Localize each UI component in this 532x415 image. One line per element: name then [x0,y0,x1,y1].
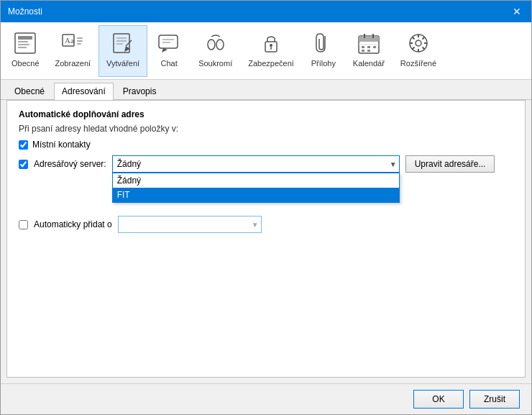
svg-rect-33 [367,46,370,48]
svg-rect-35 [362,50,364,52]
vytvareni-icon [110,30,136,56]
tabs-bar: Obecné Adresování Pravopis [1,80,531,100]
svg-rect-1 [18,36,32,40]
svg-point-38 [416,40,421,46]
svg-rect-23 [219,40,221,45]
dropdown-item-zadny[interactable]: Žádný [113,173,399,188]
address-server-select[interactable]: Žádný ▼ [112,155,400,173]
svg-rect-8 [77,40,83,42]
address-server-label: Adresářový server: [34,159,106,169]
vytvareni-label: Vytváření [106,59,139,68]
content-area: Automatické doplňování adres Při psaní a… [6,100,526,378]
auto-add-dropdown-arrow-icon: ▼ [252,221,259,229]
svg-rect-4 [18,47,27,48]
zobrazeni-icon: Aa [60,30,86,56]
prilohy-label: Přílohy [311,59,336,68]
edit-address-button[interactable]: Upravit adresáře... [405,155,495,173]
local-contacts-label: Místní kontakty [32,140,91,150]
address-server-checkbox[interactable] [19,160,28,169]
kalendar-label: Kalendář [353,59,385,68]
dropdown-list: Žádný FIT [112,173,400,203]
svg-rect-28 [359,36,379,42]
toolbar: Obecné Aa Zobrazení [1,22,531,80]
svg-line-43 [412,37,414,40]
zabezpeceni-icon [258,30,284,56]
select-current-value: Žádný [117,159,141,169]
svg-rect-16 [159,35,178,48]
chat-label: Chat [161,59,178,68]
obecne-label: Obecné [12,59,40,68]
auto-add-select-container: ▼ [118,216,262,233]
svg-rect-3 [18,44,29,45]
title-bar-controls: ✕ [510,4,524,19]
footer: OK Zrušit [1,383,531,414]
svg-rect-34 [373,46,376,48]
toolbar-item-chat[interactable]: Chat [147,25,191,77]
svg-rect-9 [77,43,81,45]
toolbar-item-kalendar[interactable]: Kalendář [345,25,393,77]
auto-add-row: Automaticky přidat o ▼ [19,216,513,233]
svg-rect-22 [210,40,213,45]
toolbar-item-zabezpeceni[interactable]: Zabezpečení [240,25,302,77]
svg-point-25 [270,44,272,47]
title-bar: Možnosti ✕ [1,1,531,22]
toolbar-item-vytvareni[interactable]: Vytváření [98,25,147,77]
auto-add-select[interactable]: ▼ [118,216,262,233]
section-title: Automatické doplňování adres [19,109,513,119]
prilohy-icon [311,30,336,56]
chat-icon [156,30,182,56]
rozsirene-label: Rozšířené [400,59,436,68]
svg-line-45 [422,37,424,40]
svg-line-14 [126,40,132,46]
toolbar-item-zobrazeni[interactable]: Aa Zobrazení [47,25,99,77]
rozsirene-icon [405,30,431,56]
auto-add-label: Automaticky přidat o [34,219,112,229]
ok-button[interactable]: OK [413,390,464,409]
toolbar-item-obecne[interactable]: Obecné [4,25,47,77]
cancel-button[interactable]: Zrušit [469,390,520,409]
tab-pravopis[interactable]: Pravopis [115,83,165,100]
toolbar-item-rozsirene[interactable]: Rozšířené [393,25,444,77]
dropdown-arrow-icon: ▼ [390,160,397,168]
svg-text:Aa: Aa [65,36,74,45]
address-server-select-container: Žádný ▼ Žádný FIT [112,155,400,173]
obecne-icon [12,30,38,56]
soukromi-label: Soukromí [198,59,232,68]
kalendar-icon [356,30,382,56]
section-subtitle: Při psaní adresy hledat vhodné položky v… [19,124,513,134]
window-title: Možnosti [8,6,42,17]
svg-line-44 [422,47,424,50]
tab-obecne[interactable]: Obecné [6,83,52,100]
toolbar-item-prilohy[interactable]: Přílohy [302,25,345,77]
dropdown-item-fit[interactable]: FIT [113,188,399,202]
local-contacts-row: Místní kontakty [19,140,513,150]
svg-rect-36 [367,50,370,52]
svg-line-46 [412,47,414,50]
zobrazeni-label: Zobrazení [55,59,91,68]
close-button[interactable]: ✕ [510,4,524,19]
zabezpeceni-label: Zabezpečení [248,59,294,68]
soukromi-icon [203,30,229,56]
auto-add-checkbox[interactable] [19,220,28,229]
svg-rect-32 [362,46,364,48]
address-server-row: Adresářový server: Žádný ▼ Žádný FIT Upr… [19,155,513,173]
svg-rect-7 [77,37,83,39]
svg-marker-19 [162,48,168,53]
local-contacts-checkbox[interactable] [19,140,28,150]
svg-rect-2 [18,41,28,42]
toolbar-item-soukromi[interactable]: Soukromí [191,25,240,77]
main-window: Možnosti ✕ Obecné A [0,0,532,415]
tab-adresovani[interactable]: Adresování [54,83,114,100]
